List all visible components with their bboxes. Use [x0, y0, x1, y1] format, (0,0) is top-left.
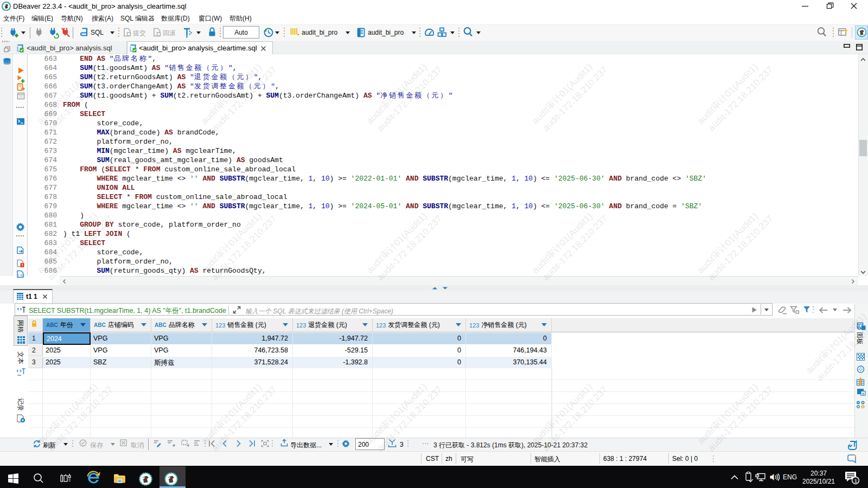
svg-text:(x): (x) — [18, 273, 24, 278]
svg-text:1: 1 — [854, 478, 857, 484]
